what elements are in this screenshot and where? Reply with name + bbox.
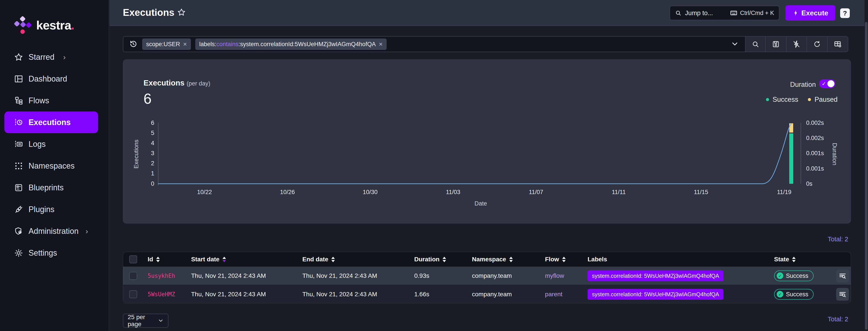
per-page-select[interactable]: 25 per page — [123, 314, 168, 328]
row-checkbox[interactable] — [129, 272, 137, 280]
sort-icons — [331, 257, 335, 262]
close-icon[interactable]: × — [183, 40, 187, 48]
x-tick: 11/03 — [446, 189, 460, 196]
table-settings-icon — [834, 40, 842, 48]
jump-shortcut: Ctrl/Cmd + K — [740, 10, 774, 17]
save-icon — [772, 40, 780, 48]
end-date: Thu, Nov 21, 2024 2:43 AM — [302, 272, 377, 279]
dashboard-icon — [14, 74, 24, 84]
chevron-right-icon: › — [63, 53, 66, 61]
sidebar-item-plugins[interactable]: Plugins — [4, 198, 98, 220]
auto-refresh-off-button[interactable] — [786, 36, 807, 52]
scrollbar-thumb[interactable] — [865, 22, 868, 330]
search-icon — [751, 40, 760, 48]
x-tick: 11/15 — [694, 189, 708, 196]
row-details-button[interactable] — [836, 270, 849, 282]
kestra-logo[interactable]: kestra. — [12, 16, 74, 34]
executions-icon — [14, 117, 24, 127]
x-axis-label: Date — [474, 200, 487, 207]
table-row: 5WsUeHMZ Thu, Nov 21, 2024 2:43 AM Thu, … — [123, 285, 851, 303]
filter-search-button[interactable] — [745, 36, 766, 52]
sidebar-item-administration[interactable]: Administration › — [4, 220, 98, 242]
duration: 0.93s — [414, 272, 429, 279]
log-search-icon — [839, 272, 846, 280]
table-header: Id Start date End date Duration Namespac… — [123, 252, 851, 267]
namespaces-icon — [14, 161, 24, 171]
legend-dot-paused — [808, 98, 811, 101]
filter-chip-scope[interactable]: scope:USER × — [142, 38, 191, 50]
sidebar-item-namespaces[interactable]: Namespaces — [4, 155, 98, 177]
column-header-duration[interactable]: Duration — [414, 256, 446, 263]
table-row: 5usykhEh Thu, Nov 21, 2024 2:43 AM Thu, … — [123, 267, 851, 285]
save-filter-button[interactable] — [766, 36, 786, 52]
chart-plot[interactable] — [158, 123, 801, 186]
execute-button[interactable]: Execute — [785, 5, 835, 21]
kestra-logo-icon — [12, 16, 32, 34]
jump-to-search[interactable]: Jump to... Ctrl/Cmd + K — [670, 6, 779, 20]
help-button[interactable]: ? — [840, 8, 850, 18]
duration-toggle-label: Duration — [790, 81, 816, 89]
column-header-id[interactable]: Id — [148, 256, 160, 263]
kestra-wordmark: kestra. — [36, 18, 74, 32]
bar-paused — [789, 123, 793, 133]
right-tick: 0.001s — [806, 165, 824, 172]
kestra-app: kestra. Starred › Dashboard Flows Execut… — [0, 0, 868, 331]
column-header-state[interactable]: State — [774, 256, 796, 263]
column-header-namespace[interactable]: Namespace — [472, 256, 513, 263]
sidebar-item-flows[interactable]: Flows — [4, 90, 98, 111]
sidebar-item-executions[interactable]: Executions — [4, 111, 98, 133]
y-tick: 5 — [134, 130, 154, 137]
y-tick: 1 — [134, 170, 154, 177]
column-header-labels: Labels — [588, 256, 607, 263]
check-icon: ✓ — [822, 81, 826, 87]
chevron-down-icon[interactable] — [731, 40, 739, 49]
sidebar-item-blueprints[interactable]: Blueprints — [4, 177, 98, 198]
history-icon[interactable] — [129, 40, 138, 49]
sidebar-item-settings[interactable]: Settings — [4, 242, 98, 264]
close-icon[interactable]: × — [379, 40, 383, 48]
filter-chip-labels[interactable]: labels:contains:system.correlationId:5Ws… — [195, 38, 386, 50]
plugins-icon — [14, 204, 24, 214]
chevron-down-icon — [158, 318, 164, 324]
sort-icons — [792, 257, 796, 262]
flow-link[interactable]: myflow — [545, 272, 564, 279]
x-tick: 11/07 — [529, 189, 543, 196]
start-date: Thu, Nov 21, 2024 2:43 AM — [191, 291, 266, 298]
column-header-flow[interactable]: Flow — [545, 256, 566, 263]
favorite-star-button[interactable] — [177, 8, 187, 18]
topbar: Executions Jump to... Ctrl/Cmd + K Execu… — [110, 0, 868, 26]
duration-toggle[interactable]: ✓ — [819, 79, 835, 88]
namespace: company.team — [472, 291, 512, 298]
end-date: Thu, Nov 21, 2024 2:43 AM — [302, 291, 377, 298]
sort-icons — [156, 257, 160, 262]
filter-actions — [745, 36, 848, 52]
filter-input[interactable]: scope:USER × labels:contains:system.corr… — [123, 36, 745, 52]
row-checkbox[interactable] — [129, 290, 137, 298]
sidebar-item-starred[interactable]: Starred › — [4, 46, 98, 68]
execution-id-link[interactable]: 5usykhEh — [148, 273, 175, 279]
scrollbar-track — [865, 0, 868, 331]
administration-icon — [14, 226, 24, 236]
keyboard-icon — [730, 9, 738, 17]
sidebar-item-dashboard[interactable]: Dashboard — [4, 68, 98, 90]
x-tick: 11/11 — [612, 189, 626, 196]
select-all-checkbox[interactable] — [129, 255, 137, 263]
refresh-button[interactable] — [807, 36, 828, 52]
column-header-start-date[interactable]: Start date — [191, 256, 226, 263]
flows-icon — [14, 96, 24, 106]
column-header-end-date[interactable]: End date — [302, 256, 335, 263]
legend-item-success[interactable]: Success — [766, 95, 798, 104]
label-chip[interactable]: system.correlationId: 5WsUeHMZj3wIAGmQ4h… — [588, 289, 723, 300]
row-details-button[interactable] — [836, 288, 849, 301]
label-chip[interactable]: system.correlationId: 5WsUeHMZj3wIAGmQ4h… — [588, 270, 723, 281]
flash-off-icon — [793, 40, 800, 48]
legend-item-paused[interactable]: Paused — [808, 95, 837, 104]
chart-subtitle: (per day) — [186, 80, 210, 87]
flow-link[interactable]: parent — [545, 291, 562, 298]
execution-id-link[interactable]: 5WsUeHMZ — [148, 291, 175, 298]
executions-table: Id Start date End date Duration Namespac… — [123, 252, 851, 303]
sidebar-item-logs[interactable]: Logs — [4, 133, 98, 155]
page-title: Executions — [123, 7, 175, 18]
table-settings-button[interactable] — [828, 36, 848, 52]
right-tick: 0.001s — [806, 150, 824, 157]
